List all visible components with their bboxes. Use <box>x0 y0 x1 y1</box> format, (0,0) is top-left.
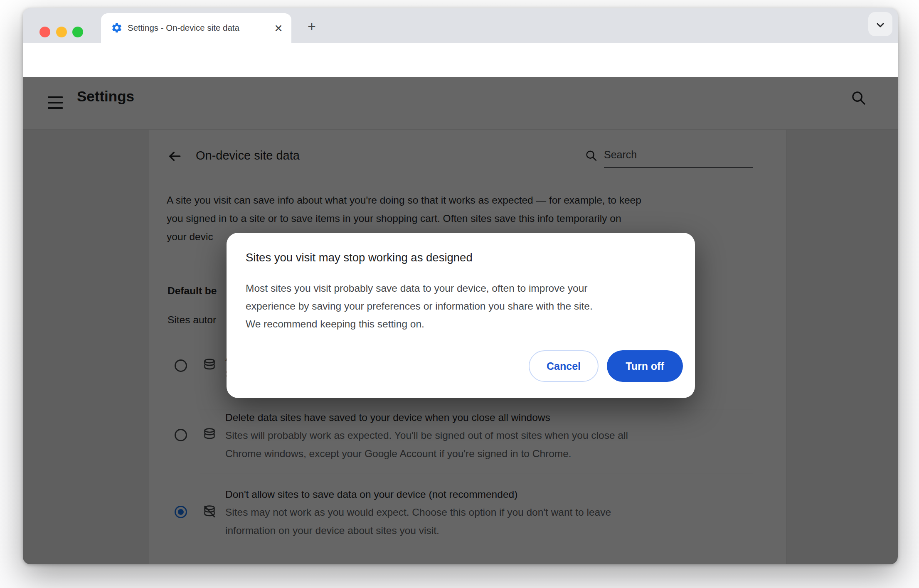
browser-toolbar: Chrome chrome://settings/content/siteDat… <box>23 43 898 77</box>
dialog-title: Sites you visit may stop working as desi… <box>246 251 473 264</box>
tab-title-fade <box>238 21 270 35</box>
dialog-body: Most sites you visit probably save data … <box>246 279 593 333</box>
traffic-light-close-button[interactable] <box>39 27 50 37</box>
new-tab-button[interactable]: + <box>303 18 320 35</box>
screenshot-canvas: Settings - On-device site data ✕ + <box>0 0 919 588</box>
settings-gear-favicon-icon <box>111 22 123 34</box>
traffic-light-zoom-button[interactable] <box>72 27 83 37</box>
browser-window: Settings - On-device site data ✕ + <box>23 8 898 564</box>
traffic-light-minimize-button[interactable] <box>56 27 67 37</box>
tab-strip: Settings - On-device site data ✕ + <box>23 8 898 43</box>
cancel-button[interactable]: Cancel <box>529 350 599 382</box>
confirmation-dialog: Sites you visit may stop working as desi… <box>227 233 695 398</box>
turn-off-button[interactable]: Turn off <box>607 350 683 382</box>
chevron-down-icon <box>875 20 885 30</box>
tab-search-chevron-button[interactable] <box>868 12 892 36</box>
tab-close-icon[interactable]: ✕ <box>272 22 285 35</box>
active-tab[interactable]: Settings - On-device site data ✕ <box>101 13 291 43</box>
